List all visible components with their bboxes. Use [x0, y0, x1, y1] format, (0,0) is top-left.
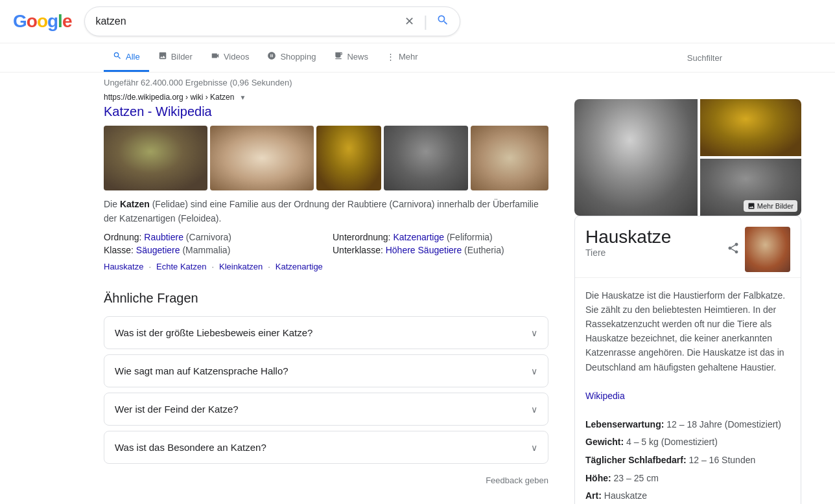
kp-facts: Lebenserwartung: 12 – 18 Jahre (Domestiz… [575, 413, 801, 504]
tab-bilder-label: Bilder [171, 52, 193, 62]
taxonomy-klasse: Klasse: Säugetiere (Mammalia) [104, 245, 320, 255]
kp-fact-hoehe: Höhe: 23 – 25 cm [585, 472, 790, 485]
search-tab-icon [113, 51, 122, 62]
result-title-link[interactable]: Katzen - Wikipedia [104, 104, 548, 119]
question-item-2[interactable]: Wie sagt man auf Katzensprache Hallo? ∨ [104, 354, 548, 387]
chevron-icon-4: ∨ [531, 442, 537, 453]
tab-bilder[interactable]: Bilder [149, 43, 202, 72]
search-bar: ✕ | [84, 6, 460, 36]
tab-videos[interactable]: Videos [202, 43, 259, 72]
wiki-image-2 [210, 126, 314, 190]
news-tab-icon [334, 51, 343, 62]
result-url: https://de.wikipedia.org › wiki › Katzen… [104, 93, 548, 102]
kp-share-icon[interactable] [727, 242, 740, 258]
kp-title-area: Hauskatze Tiere [585, 227, 671, 258]
chevron-icon-3: ∨ [531, 404, 537, 415]
tab-shopping-label: Shopping [280, 52, 316, 62]
related-links: Hauskatze · Echte Katzen · Kleinkatzen ·… [104, 262, 548, 271]
wiki-images-strip [104, 126, 548, 190]
taxonomy-ordnung: Ordnung: Raubtiere (Carnivora) [104, 232, 320, 242]
header: Google ✕ | [0, 0, 835, 43]
cat-side-images: Mehr Bilder [700, 99, 801, 216]
mehr-bilder-button[interactable]: Mehr Bilder [744, 200, 797, 212]
kp-wikipedia-link[interactable]: Wikipedia [585, 391, 625, 401]
kp-fact-gewicht: Gewicht: 4 – 5 kg (Domestiziert) [585, 436, 790, 449]
klasse-link[interactable]: Säugetiere [136, 245, 180, 255]
wiki-image-4 [384, 126, 468, 190]
unterklasse-link[interactable]: Höhere Säugetiere [386, 245, 462, 255]
kp-fact-art: Art: Hauskatze [585, 490, 790, 503]
tab-news[interactable]: News [325, 43, 377, 72]
shopping-tab-icon [267, 51, 276, 62]
sidebar-knowledge-panel: Mehr Bilder Hauskatze Tiere [574, 99, 801, 504]
kp-fact-lebenserwartung: Lebenserwartung: 12 – 18 Jahre (Domestiz… [585, 418, 790, 431]
ordnung-link[interactable]: Raubtiere [144, 232, 183, 242]
question-item-4[interactable]: Was ist das Besondere an Katzen? ∨ [104, 431, 548, 464]
suchfilter-button[interactable]: Suchfilter [678, 45, 731, 71]
related-link-echtekatzen[interactable]: Echte Katzen [156, 262, 206, 271]
search-input[interactable] [95, 16, 405, 27]
kp-title: Hauskatze [585, 227, 671, 247]
result-description: Die Katzen (Felidae) sind eine Familie a… [104, 197, 548, 225]
main-content: https://de.wikipedia.org › wiki › Katzen… [0, 93, 835, 504]
kp-subtitle: Tiere [585, 247, 671, 258]
wikipedia-result: https://de.wikipedia.org › wiki › Katzen… [104, 93, 548, 271]
tab-mehr-label: Mehr [399, 52, 418, 62]
question-item-1[interactable]: Was ist der größte Liebesbeweis einer Ka… [104, 316, 548, 349]
search-icons: ✕ | [405, 12, 449, 30]
clear-icon[interactable]: ✕ [405, 14, 414, 29]
knowledge-panel: Hauskatze Tiere Die Hauskatze ist die Ha… [574, 216, 801, 504]
similar-questions-heading: Ähnliche Fragen [104, 291, 548, 306]
unterordnung-link[interactable]: Katzenartige [393, 232, 444, 242]
tab-videos-label: Videos [224, 52, 250, 62]
related-link-kleinkatzen[interactable]: Kleinkatzen [219, 262, 263, 271]
cat-main-image [574, 99, 698, 216]
tab-news-label: News [347, 52, 368, 62]
wiki-image-1 [104, 126, 207, 190]
question-item-3[interactable]: Wer ist der Feind der Katze? ∨ [104, 393, 548, 426]
kp-actions [727, 227, 790, 272]
kp-fact-schlaf: Täglicher Schlafbedarf: 12 – 16 Stunden [585, 454, 790, 467]
kp-description: Die Hauskatze ist die Haustierform der F… [575, 277, 801, 413]
taxonomy-unterordnung: Unterordnung: Katzenartige (Feliformia) [333, 232, 548, 242]
related-link-hauskatze[interactable]: Hauskatze [104, 262, 143, 271]
kp-thumbnail [745, 227, 790, 272]
videos-tab-icon [211, 51, 220, 62]
google-logo[interactable]: Google [13, 11, 71, 32]
cat-side-image-bottom: Mehr Bilder [700, 159, 801, 216]
mehr-tab-icon: ⋮ [386, 52, 395, 62]
tab-alle-label: Alle [126, 52, 140, 62]
tab-shopping[interactable]: Shopping [258, 43, 325, 72]
search-icon[interactable] [436, 14, 449, 30]
chevron-icon-1: ∨ [531, 328, 537, 338]
cat-side-image-top [700, 99, 801, 156]
cat-images-container: Mehr Bilder [574, 99, 801, 216]
tab-mehr[interactable]: ⋮ Mehr [377, 44, 427, 71]
wiki-image-5 [471, 126, 548, 190]
chevron-icon-2: ∨ [531, 366, 537, 376]
wiki-image-3 [316, 126, 381, 190]
kp-header: Hauskatze Tiere [575, 216, 801, 277]
url-dropdown-icon[interactable]: ▼ [239, 94, 246, 101]
nav-tabs: Alle Bilder Videos Shopping News ⋮ Mehr … [0, 43, 835, 73]
results-column: https://de.wikipedia.org › wiki › Katzen… [104, 93, 548, 504]
taxonomy-unterklasse: Unterklasse: Höhere Säugetiere (Eutheria… [333, 245, 548, 255]
related-link-katzenartige[interactable]: Katzenartige [276, 262, 323, 271]
similar-questions-section: Ähnliche Fragen Was ist der größte Liebe… [104, 291, 548, 464]
feedback-button[interactable]: Feedback geben [104, 470, 548, 490]
images-tab-icon [158, 51, 167, 62]
results-count: Ungefähr 62.400.000 Ergebnisse (0,96 Sek… [0, 73, 835, 93]
taxonomy-grid: Ordnung: Raubtiere (Carnivora) Unterordn… [104, 232, 548, 255]
tab-alle[interactable]: Alle [104, 43, 149, 72]
